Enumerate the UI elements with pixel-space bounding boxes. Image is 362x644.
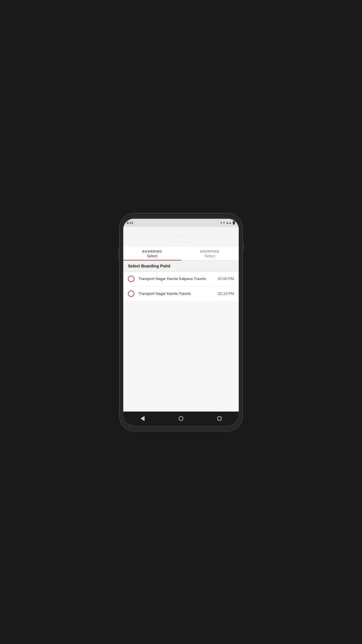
recents-icon bbox=[217, 416, 222, 421]
phone-shell: 8:11 ● ▾ ▲▲ ▉ ........... ............. … bbox=[120, 214, 242, 431]
point-info-2: Transport Nagar Kamla Travels bbox=[138, 291, 218, 296]
tab-dropping[interactable]: DROPPING Select bbox=[181, 247, 239, 260]
battery-icon: ▉ bbox=[233, 221, 235, 224]
status-time: 8:11 bbox=[127, 221, 133, 225]
point-time-2: 02:10 PM bbox=[218, 291, 234, 296]
home-button[interactable] bbox=[176, 413, 186, 424]
point-name-1: Transport Nagar Kamla Kalpana Travels bbox=[138, 276, 206, 281]
signal-icon: ▲▲ bbox=[226, 221, 232, 224]
radio-button-2[interactable] bbox=[128, 290, 134, 297]
tab-boarding-value: Select bbox=[126, 254, 179, 258]
recents-button[interactable] bbox=[214, 413, 225, 424]
status-icons: ● ▾ ▲▲ ▉ bbox=[220, 221, 235, 224]
header-title-ghost: ........... bbox=[127, 232, 235, 237]
back-button[interactable] bbox=[137, 413, 148, 424]
point-time-1: 02:00 PM bbox=[218, 276, 234, 281]
content-area: Select Boarding Point Transport Nagar Ka… bbox=[123, 261, 239, 412]
boarding-point-item-1[interactable]: Transport Nagar Kamla Kalpana Travels 02… bbox=[123, 272, 239, 286]
point-name-2: Transport Nagar Kamla Travels bbox=[138, 291, 191, 296]
radio-button-1[interactable] bbox=[128, 276, 134, 282]
back-icon bbox=[140, 416, 145, 421]
power-button bbox=[242, 243, 244, 251]
boarding-point-item-2[interactable]: Transport Nagar Kamla Travels 02:10 PM bbox=[123, 286, 239, 301]
status-bar: 8:11 ● ▾ ▲▲ ▉ bbox=[123, 219, 239, 227]
tab-dropping-value: Select bbox=[183, 254, 236, 258]
header-area: ........... ............. bbox=[123, 227, 239, 247]
tab-boarding[interactable]: BOARDING Select bbox=[123, 247, 181, 260]
phone-screen: 8:11 ● ▾ ▲▲ ▉ ........... ............. … bbox=[123, 219, 239, 426]
radio-inner-1 bbox=[130, 277, 133, 280]
tab-boarding-label: BOARDING bbox=[126, 250, 179, 253]
home-icon bbox=[179, 416, 183, 421]
tabs-container: BOARDING Select DROPPING Select bbox=[123, 247, 239, 261]
notification-icon: ● bbox=[220, 221, 222, 224]
boarding-points-list: Transport Nagar Kamla Kalpana Travels 02… bbox=[123, 272, 239, 301]
point-info-1: Transport Nagar Kamla Kalpana Travels bbox=[138, 276, 218, 281]
tab-dropping-label: DROPPING bbox=[183, 250, 236, 253]
volume-button bbox=[118, 249, 120, 260]
header-subtitle-ghost: ............. bbox=[127, 238, 235, 243]
radio-inner-2 bbox=[130, 292, 133, 295]
wifi-icon: ▾ bbox=[223, 221, 225, 224]
bottom-nav bbox=[123, 412, 239, 426]
section-title: Select Boarding Point bbox=[123, 261, 239, 272]
